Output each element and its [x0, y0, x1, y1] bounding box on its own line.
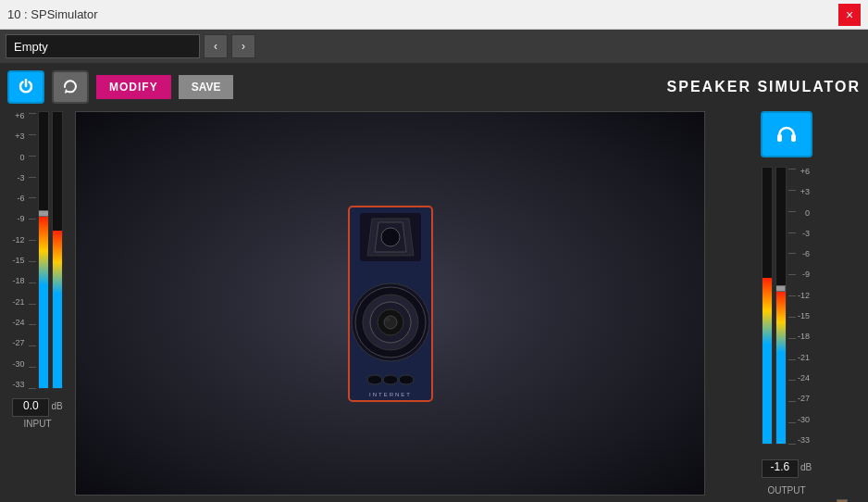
preset-name-input[interactable] — [6, 34, 200, 58]
left-meter-l-handle[interactable] — [38, 210, 49, 217]
preset-bar: ‹ › — [0, 30, 868, 63]
power-icon — [18, 79, 34, 95]
svg-marker-0 — [65, 89, 68, 94]
output-value-display: -1.6 — [762, 459, 799, 478]
plugin-title: SPEAKER SIMULATOR — [667, 79, 861, 95]
left-meter-l — [38, 111, 49, 389]
right-tick-marks — [788, 167, 796, 445]
modify-button[interactable]: MODIFY — [96, 75, 171, 99]
window-title: 10 : SPSimulator — [7, 7, 98, 21]
left-meter-r — [52, 111, 63, 389]
input-value-display: 0.0 — [12, 398, 49, 417]
left-meter-l-fill — [39, 217, 48, 388]
preset-prev-button[interactable]: ‹ — [204, 34, 228, 58]
left-meter-r-fill — [53, 231, 62, 388]
svg-point-3 — [381, 228, 400, 246]
right-meter-r-handle[interactable] — [775, 285, 786, 292]
left-db-labels: +6+30-3-6 -9-12-15-18-21 -24-27-30-33 — [12, 111, 26, 389]
main-content: +6+30-3-6 -9-12-15-18-21 -24-27-30-33 — [7, 111, 861, 496]
svg-point-11 — [367, 375, 382, 384]
svg-point-13 — [399, 375, 414, 384]
headphone-icon — [775, 122, 799, 146]
output-db-label: dB — [800, 462, 812, 472]
input-label: INPUT — [24, 419, 52, 429]
right-meters — [762, 167, 787, 445]
svg-point-9 — [384, 316, 397, 329]
speaker-graphic: INTERNET — [340, 202, 441, 406]
right-meter-r-fill — [776, 292, 786, 444]
right-db-labels: +6+30-3-6 -9-12-15-18-21 -24-27-30-33 — [798, 167, 812, 445]
input-db-label: dB — [51, 401, 62, 411]
title-bar: 10 : SPSimulator × — [0, 0, 868, 30]
right-panel: +6+30-3-6 -9-12-15-18-21 -24-27-30-33 -1… — [713, 111, 861, 496]
save-button[interactable]: SAVE — [179, 75, 234, 99]
svg-rect-17 — [791, 134, 796, 142]
svg-point-12 — [383, 375, 398, 384]
left-tick-marks — [29, 111, 36, 389]
left-meters — [38, 111, 63, 389]
reset-button[interactable] — [52, 70, 89, 104]
headphone-button[interactable] — [761, 111, 812, 157]
power-button[interactable] — [7, 70, 44, 104]
right-meter-r — [775, 167, 787, 445]
speaker-display: INTERNET — [75, 111, 705, 496]
close-button[interactable]: × — [838, 4, 861, 26]
output-label: OUTPUT — [713, 485, 861, 496]
top-controls: MODIFY SAVE SPEAKER SIMULATOR — [7, 70, 861, 104]
left-meter-section: +6+30-3-6 -9-12-15-18-21 -24-27-30-33 — [7, 111, 68, 496]
right-meter-l — [762, 167, 773, 445]
svg-rect-16 — [777, 134, 782, 142]
svg-point-10 — [385, 318, 391, 321]
right-meter-l-fill — [763, 278, 772, 444]
plugin-body: MODIFY SAVE SPEAKER SIMULATOR +6+30-3-6 … — [0, 63, 868, 502]
reset-icon — [62, 79, 79, 95]
svg-text:INTERNET: INTERNET — [369, 392, 412, 397]
preset-next-button[interactable]: › — [231, 34, 255, 58]
